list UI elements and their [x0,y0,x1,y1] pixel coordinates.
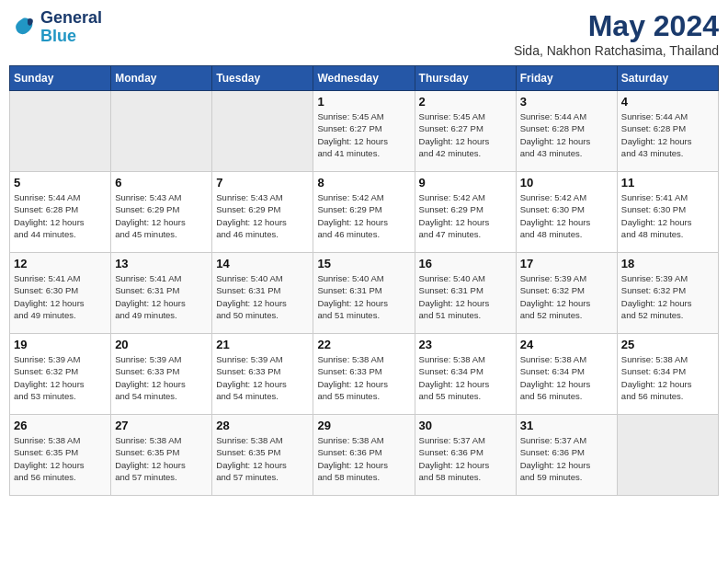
day-number: 22 [317,338,410,351]
cell-info: Sunrise: 5:40 AM Sunset: 6:31 PM Dayligh… [317,272,410,321]
calendar-week-3: 12Sunrise: 5:41 AM Sunset: 6:30 PM Dayli… [10,253,719,334]
calendar-header-row: SundayMondayTuesdayWednesdayThursdayFrid… [10,66,719,91]
empty-cell [617,415,718,496]
day-cell-17: 17Sunrise: 5:39 AM Sunset: 6:32 PM Dayli… [516,253,617,334]
day-cell-31: 31Sunrise: 5:37 AM Sunset: 6:36 PM Dayli… [516,415,617,496]
day-cell-19: 19Sunrise: 5:39 AM Sunset: 6:32 PM Dayli… [10,334,111,415]
empty-cell [212,91,313,172]
day-cell-8: 8Sunrise: 5:42 AM Sunset: 6:29 PM Daylig… [313,172,415,253]
day-cell-24: 24Sunrise: 5:38 AM Sunset: 6:34 PM Dayli… [516,334,617,415]
day-number: 19 [14,338,107,351]
cell-info: Sunrise: 5:39 AM Sunset: 6:33 PM Dayligh… [216,353,309,402]
calendar-table: SundayMondayTuesdayWednesdayThursdayFrid… [9,65,719,496]
day-cell-14: 14Sunrise: 5:40 AM Sunset: 6:31 PM Dayli… [212,253,313,334]
day-cell-11: 11Sunrise: 5:41 AM Sunset: 6:30 PM Dayli… [617,172,718,253]
day-cell-9: 9Sunrise: 5:42 AM Sunset: 6:29 PM Daylig… [415,172,516,253]
empty-cell [10,91,111,172]
cell-info: Sunrise: 5:42 AM Sunset: 6:29 PM Dayligh… [419,191,512,240]
day-number: 31 [520,419,613,432]
day-number: 21 [216,338,309,351]
day-number: 25 [621,338,714,351]
cell-info: Sunrise: 5:41 AM Sunset: 6:30 PM Dayligh… [14,272,107,321]
calendar-week-5: 26Sunrise: 5:38 AM Sunset: 6:35 PM Dayli… [10,415,719,496]
cell-info: Sunrise: 5:40 AM Sunset: 6:31 PM Dayligh… [419,272,512,321]
day-cell-5: 5Sunrise: 5:44 AM Sunset: 6:28 PM Daylig… [10,172,111,253]
day-cell-21: 21Sunrise: 5:39 AM Sunset: 6:33 PM Dayli… [212,334,313,415]
empty-cell [111,91,212,172]
day-cell-12: 12Sunrise: 5:41 AM Sunset: 6:30 PM Dayli… [10,253,111,334]
day-cell-18: 18Sunrise: 5:39 AM Sunset: 6:32 PM Dayli… [617,253,718,334]
day-cell-27: 27Sunrise: 5:38 AM Sunset: 6:35 PM Dayli… [111,415,212,496]
day-cell-4: 4Sunrise: 5:44 AM Sunset: 6:28 PM Daylig… [617,91,718,172]
cell-info: Sunrise: 5:38 AM Sunset: 6:35 PM Dayligh… [14,434,107,483]
day-number: 23 [419,338,512,351]
cell-info: Sunrise: 5:37 AM Sunset: 6:36 PM Dayligh… [520,434,613,483]
cell-info: Sunrise: 5:38 AM Sunset: 6:36 PM Dayligh… [317,434,410,483]
header-sunday: Sunday [10,66,111,91]
cell-info: Sunrise: 5:38 AM Sunset: 6:35 PM Dayligh… [216,434,309,483]
day-number: 13 [115,257,208,270]
cell-info: Sunrise: 5:43 AM Sunset: 6:29 PM Dayligh… [115,191,208,240]
day-number: 15 [317,257,410,270]
day-number: 7 [216,176,309,190]
day-number: 29 [317,419,410,432]
calendar-week-2: 5Sunrise: 5:44 AM Sunset: 6:28 PM Daylig… [10,172,719,253]
calendar-week-1: 1Sunrise: 5:45 AM Sunset: 6:27 PM Daylig… [10,91,719,172]
day-cell-30: 30Sunrise: 5:37 AM Sunset: 6:36 PM Dayli… [415,415,516,496]
cell-info: Sunrise: 5:39 AM Sunset: 6:32 PM Dayligh… [621,272,714,321]
day-cell-10: 10Sunrise: 5:42 AM Sunset: 6:30 PM Dayli… [516,172,617,253]
day-cell-7: 7Sunrise: 5:43 AM Sunset: 6:29 PM Daylig… [212,172,313,253]
day-number: 27 [115,419,208,432]
day-number: 6 [115,176,208,190]
logo-icon [9,14,37,41]
cell-info: Sunrise: 5:45 AM Sunset: 6:27 PM Dayligh… [317,110,410,159]
day-number: 10 [520,176,613,190]
day-cell-22: 22Sunrise: 5:38 AM Sunset: 6:33 PM Dayli… [313,334,415,415]
cell-info: Sunrise: 5:38 AM Sunset: 6:33 PM Dayligh… [317,353,410,402]
day-cell-23: 23Sunrise: 5:38 AM Sunset: 6:34 PM Dayli… [415,334,516,415]
day-cell-16: 16Sunrise: 5:40 AM Sunset: 6:31 PM Dayli… [415,253,516,334]
header-friday: Friday [516,66,617,91]
cell-info: Sunrise: 5:44 AM Sunset: 6:28 PM Dayligh… [520,110,613,159]
day-number: 16 [419,257,512,270]
header-wednesday: Wednesday [313,66,415,91]
day-cell-6: 6Sunrise: 5:43 AM Sunset: 6:29 PM Daylig… [111,172,212,253]
header-thursday: Thursday [415,66,516,91]
day-cell-2: 2Sunrise: 5:45 AM Sunset: 6:27 PM Daylig… [415,91,516,172]
day-number: 20 [115,338,208,351]
logo-line2: Blue [40,28,102,46]
calendar-week-4: 19Sunrise: 5:39 AM Sunset: 6:32 PM Dayli… [10,334,719,415]
day-number: 14 [216,257,309,270]
day-cell-25: 25Sunrise: 5:38 AM Sunset: 6:34 PM Dayli… [617,334,718,415]
header-monday: Monday [111,66,212,91]
day-cell-20: 20Sunrise: 5:39 AM Sunset: 6:33 PM Dayli… [111,334,212,415]
cell-info: Sunrise: 5:38 AM Sunset: 6:35 PM Dayligh… [115,434,208,483]
logo-line1: General [40,9,102,28]
cell-info: Sunrise: 5:39 AM Sunset: 6:33 PM Dayligh… [115,353,208,402]
cell-info: Sunrise: 5:41 AM Sunset: 6:31 PM Dayligh… [115,272,208,321]
day-number: 5 [14,176,107,190]
day-number: 3 [520,95,613,109]
cell-info: Sunrise: 5:38 AM Sunset: 6:34 PM Dayligh… [419,353,512,402]
day-number: 11 [621,176,714,190]
header-saturday: Saturday [617,66,718,91]
cell-info: Sunrise: 5:44 AM Sunset: 6:28 PM Dayligh… [14,191,107,240]
cell-info: Sunrise: 5:40 AM Sunset: 6:31 PM Dayligh… [216,272,309,321]
day-number: 18 [621,257,714,270]
day-cell-26: 26Sunrise: 5:38 AM Sunset: 6:35 PM Dayli… [10,415,111,496]
day-number: 17 [520,257,613,270]
day-number: 24 [520,338,613,351]
logo: General Blue [9,9,102,46]
day-number: 28 [216,419,309,432]
cell-info: Sunrise: 5:39 AM Sunset: 6:32 PM Dayligh… [14,353,107,402]
day-number: 2 [419,95,512,109]
day-number: 26 [14,419,107,432]
day-number: 8 [317,176,410,190]
cell-info: Sunrise: 5:42 AM Sunset: 6:29 PM Dayligh… [317,191,410,240]
day-cell-28: 28Sunrise: 5:38 AM Sunset: 6:35 PM Dayli… [212,415,313,496]
day-number: 30 [419,419,512,432]
day-number: 4 [621,95,714,109]
cell-info: Sunrise: 5:45 AM Sunset: 6:27 PM Dayligh… [419,110,512,159]
sub-title: Sida, Nakhon Ratchasima, Thailand [514,43,719,58]
day-number: 12 [14,257,107,270]
